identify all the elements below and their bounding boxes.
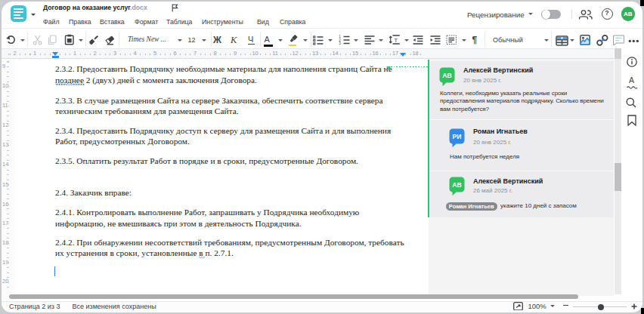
svg-text:АВ: АВ	[452, 180, 461, 188]
svg-text:АВ: АВ	[442, 71, 451, 78]
svg-text:T: T	[395, 37, 398, 44]
svg-text:РИ: РИ	[453, 132, 462, 140]
svg-text:3: 3	[339, 42, 341, 45]
